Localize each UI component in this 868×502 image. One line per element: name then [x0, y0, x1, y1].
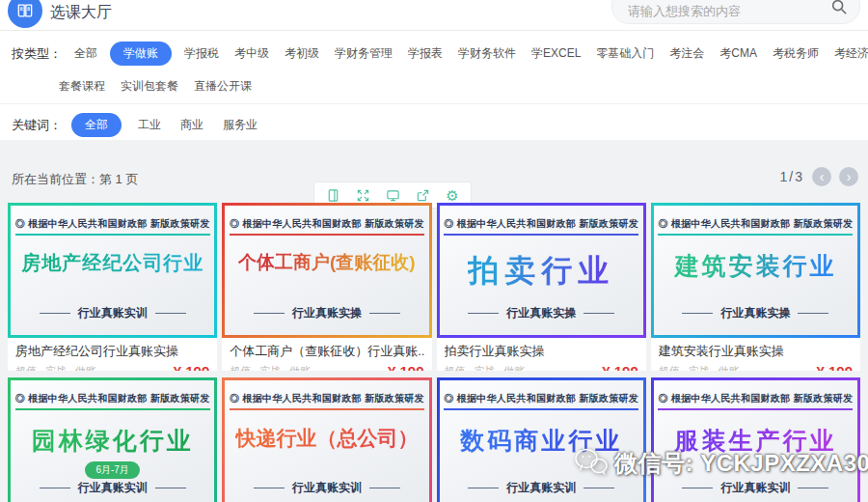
- course-tag: 超值: [445, 364, 466, 371]
- course-price: ¥ 199: [174, 363, 210, 371]
- banner-title: 数码商业行业: [460, 425, 622, 457]
- search-icon[interactable]: [830, 0, 859, 23]
- course-banner: ◎ 根据中华人民共和国财政部 新版政策研发 园林绿化行业 6月-7月 行业真账实…: [8, 377, 217, 502]
- filter-item[interactable]: 考经济师: [831, 42, 868, 66]
- filter-item[interactable]: 考注会: [666, 42, 707, 66]
- type-filter-label: 按类型：: [12, 45, 62, 63]
- filter-item[interactable]: 学财务管理: [332, 42, 395, 66]
- banner-title: 服装生产行业: [674, 425, 836, 457]
- course-card[interactable]: ◎ 根据中华人民共和国财政部 新版政策研发 服装生产行业 行业真账实训: [651, 377, 860, 502]
- banner-title: 个体工商户(查账征收): [238, 250, 416, 275]
- banner-note: ◎ 根据中华人民共和国财政部 新版政策研发: [230, 392, 424, 410]
- fullscreen-icon[interactable]: [355, 187, 370, 203]
- search-box[interactable]: [611, 0, 860, 24]
- book-icon: [8, 0, 42, 28]
- dash-left: [254, 488, 285, 488]
- filter-item[interactable]: 考CMA: [717, 42, 760, 66]
- course-card[interactable]: ◎ 根据中华人民共和国财政部 新版政策研发 建筑安装行业 行业真账实操 建筑安装…: [651, 203, 860, 371]
- course-banner: ◎ 根据中华人民共和国财政部 新版政策研发 服装生产行业 行业真账实训: [651, 377, 860, 502]
- banner-note: ◎ 根据中华人民共和国财政部 新版政策研发: [658, 392, 853, 410]
- course-banner: ◎ 根据中华人民共和国财政部 新版政策研发 拍卖行业 行业真账实操: [437, 203, 646, 338]
- course-tag: 实战: [689, 364, 710, 371]
- banner-title: 园林绿化行业: [32, 425, 194, 457]
- banner-subtitle: 行业真账实训: [11, 305, 214, 321]
- dash-right: [155, 488, 186, 488]
- search-input[interactable]: [612, 4, 830, 23]
- banner-subtitle: 行业真账实操: [225, 305, 428, 321]
- dash-right: [369, 313, 400, 314]
- course-tag: 超值: [15, 364, 37, 371]
- banner-subtitle: 行业真账实操: [440, 305, 643, 321]
- course-info: 拍卖行业真账实操 超值实战做账 ¥ 199: [437, 338, 646, 371]
- filter-item[interactable]: 考初级: [282, 42, 322, 66]
- course-tags: 超值实战做账: [445, 364, 526, 371]
- course-title[interactable]: 拍卖行业真账实操: [445, 343, 638, 360]
- filter-item[interactable]: 全部: [71, 113, 122, 137]
- banner-note: ◎ 根据中华人民共和国财政部 新版政策研发: [15, 217, 210, 236]
- filter-item[interactable]: 学做账: [110, 42, 172, 66]
- course-card[interactable]: ◎ 根据中华人民共和国财政部 新版政策研发 园林绿化行业 6月-7月 行业真账实…: [8, 377, 217, 502]
- course-card[interactable]: ◎ 根据中华人民共和国财政部 新版政策研发 房地产经纪公司行业 行业真账实训 房…: [8, 203, 217, 371]
- location-text: 所在当前位置：第 1 页: [12, 171, 138, 188]
- dash-left: [468, 313, 499, 314]
- course-tags: 超值实战做账: [15, 364, 96, 371]
- filter-divider: [0, 103, 868, 104]
- monitor-icon[interactable]: [385, 187, 400, 203]
- filter-item[interactable]: 商业: [177, 113, 206, 137]
- course-title[interactable]: 建筑安装行业真账实操: [659, 343, 853, 360]
- banner-subtitle: 行业真账实训: [440, 480, 643, 496]
- filter-item[interactable]: 服务业: [220, 113, 260, 137]
- course-tags: 超值实战做账: [659, 364, 740, 371]
- filter-item[interactable]: 实训包套餐: [118, 74, 181, 98]
- dash-left: [254, 313, 285, 314]
- chevron-right-icon[interactable]: [839, 167, 858, 186]
- course-card-grid: ◎ 根据中华人民共和国财政部 新版政策研发 房地产经纪公司行业 行业真账实训 房…: [8, 203, 860, 502]
- dash-right: [155, 313, 186, 314]
- filter-item[interactable]: 套餐课程: [56, 74, 108, 98]
- course-tag: 做账: [289, 364, 311, 371]
- filter-item[interactable]: 考税务师: [770, 42, 822, 66]
- course-info: 房地产经纪公司行业真账实操 超值实战做账 ¥ 199: [8, 338, 217, 371]
- topbar: 选课大厅: [0, 0, 868, 31]
- pagination: 1/3: [780, 167, 858, 186]
- type-filter-row2: 套餐课程实训包套餐直播公开课: [56, 74, 255, 98]
- course-selection-page: 选课大厅 按类型： 全部学做账学报税考中级考初级学财务管理学报表学财务软件学EX…: [0, 0, 868, 502]
- filter-item[interactable]: 学报表: [405, 42, 446, 66]
- filter-item[interactable]: 全部: [71, 42, 100, 66]
- banner-note: ◎ 根据中华人民共和国财政部 新版政策研发: [230, 217, 424, 236]
- filter-item[interactable]: 直播公开课: [191, 74, 255, 98]
- filter-item[interactable]: 学财务软件: [455, 42, 519, 66]
- course-tag: 超值: [659, 364, 680, 371]
- share-icon[interactable]: [415, 187, 430, 203]
- filter-item[interactable]: 学报税: [181, 42, 222, 66]
- course-title[interactable]: 房地产经纪公司行业真账实操: [15, 343, 209, 360]
- dash-left: [682, 313, 713, 314]
- course-card[interactable]: ◎ 根据中华人民共和国财政部 新版政策研发 拍卖行业 行业真账实操 拍卖行业真账…: [437, 203, 646, 371]
- panel-icon[interactable]: [325, 187, 340, 203]
- dash-right: [798, 488, 828, 488]
- banner-badge: 6月-7月: [85, 461, 139, 479]
- banner-title: 房地产经纪公司行业: [21, 250, 203, 276]
- course-card[interactable]: ◎ 根据中华人民共和国财政部 新版政策研发 个体工商户(查账征收) 行业真账实操…: [222, 203, 431, 371]
- course-banner: ◎ 根据中华人民共和国财政部 新版政策研发 房地产经纪公司行业 行业真账实训: [8, 203, 217, 338]
- course-tag: 做账: [719, 364, 740, 371]
- course-title[interactable]: 个体工商户（查账征收）行业真账...: [230, 343, 423, 360]
- filter-item[interactable]: 零基础入门: [593, 42, 657, 66]
- course-price: ¥ 199: [388, 363, 424, 371]
- dash-right: [369, 488, 400, 488]
- type-filter-row1: 全部学做账学报税考中级考初级学财务管理学报表学财务软件学EXCEL零基础入门考注…: [71, 42, 868, 66]
- banner-subtitle: 行业真账实训: [654, 480, 857, 496]
- filter-item[interactable]: 工业: [135, 113, 164, 137]
- gear-icon[interactable]: ⚙: [445, 187, 460, 203]
- course-card[interactable]: ◎ 根据中华人民共和国财政部 新版政策研发 数码商业行业 行业真账实训: [437, 377, 646, 502]
- filter-item[interactable]: 考中级: [231, 42, 272, 66]
- chevron-left-icon[interactable]: [812, 167, 831, 186]
- course-card[interactable]: ◎ 根据中华人民共和国财政部 新版政策研发 快递行业（总公司） 行业真账实训: [222, 377, 431, 502]
- filter-item[interactable]: 学EXCEL: [529, 42, 583, 66]
- course-info: 个体工商户（查账征收）行业真账... 超值实战做账 ¥ 199: [222, 338, 431, 371]
- course-banner: ◎ 根据中华人民共和国财政部 新版政策研发 数码商业行业 行业真账实训: [437, 377, 646, 502]
- banner-note: ◎ 根据中华人民共和国财政部 新版政策研发: [658, 217, 853, 236]
- banner-note: ◎ 根据中华人民共和国财政部 新版政策研发: [15, 392, 210, 410]
- course-tag: 实战: [259, 364, 281, 371]
- course-banner: ◎ 根据中华人民共和国财政部 新版政策研发 个体工商户(查账征收) 行业真账实操: [222, 203, 431, 338]
